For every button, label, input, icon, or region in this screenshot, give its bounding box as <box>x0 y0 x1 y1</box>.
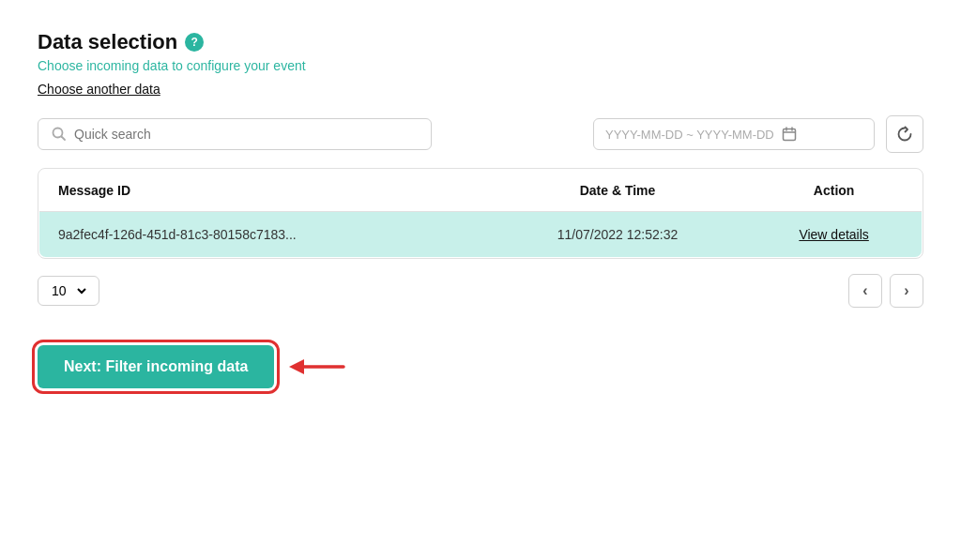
red-arrow-icon <box>289 356 345 378</box>
page-size-select[interactable]: 10 25 50 100 <box>38 276 99 306</box>
data-table-wrapper: Message ID Date & Time Action 9a2fec4f-1… <box>38 168 923 259</box>
refresh-icon <box>896 126 913 143</box>
refresh-button[interactable] <box>886 115 923 153</box>
toolbar: YYYY-MM-DD ~ YYYY-MM-DD <box>38 115 923 153</box>
calendar-icon <box>782 127 797 142</box>
arrow-indicator <box>289 356 345 378</box>
pagination-buttons: ‹ › <box>848 274 923 308</box>
table-header: Message ID Date & Time Action <box>39 170 923 212</box>
cell-action: View details <box>746 212 922 258</box>
table-body: 9a2fec4f-126d-451d-81c3-80158c7183... 11… <box>39 212 923 258</box>
page-subtitle: Choose incoming data to configure your e… <box>38 58 923 73</box>
col-message-id: Message ID <box>39 170 489 212</box>
next-filter-button[interactable]: Next: Filter incoming data <box>38 345 274 388</box>
prev-page-button[interactable]: ‹ <box>848 274 882 308</box>
search-box[interactable] <box>38 118 432 150</box>
col-action: Action <box>746 170 922 212</box>
svg-rect-2 <box>783 129 795 141</box>
page-size-dropdown[interactable]: 10 25 50 100 <box>48 282 89 299</box>
page-header: Data selection ? Choose incoming data to… <box>38 30 923 115</box>
search-icon <box>52 127 67 142</box>
svg-line-1 <box>62 137 66 141</box>
pagination-row: 10 25 50 100 ‹ › <box>38 274 923 308</box>
view-details-link[interactable]: View details <box>799 227 868 242</box>
svg-marker-7 <box>289 359 304 374</box>
cell-message-id: 9a2fec4f-126d-451d-81c3-80158c7183... <box>39 212 489 258</box>
page-title: Data selection <box>38 30 177 54</box>
table-row[interactable]: 9a2fec4f-126d-451d-81c3-80158c7183... 11… <box>39 212 923 258</box>
date-range-picker[interactable]: YYYY-MM-DD ~ YYYY-MM-DD <box>593 118 875 150</box>
next-button-container: Next: Filter incoming data <box>38 345 923 388</box>
data-table: Message ID Date & Time Action 9a2fec4f-1… <box>38 169 923 258</box>
date-range-placeholder: YYYY-MM-DD ~ YYYY-MM-DD <box>605 128 774 142</box>
cell-datetime: 11/07/2022 12:52:32 <box>489 212 746 258</box>
next-page-button[interactable]: › <box>890 274 923 308</box>
help-icon[interactable]: ? <box>185 33 204 52</box>
search-input[interactable] <box>74 127 418 142</box>
choose-another-link[interactable]: Choose another data <box>38 82 160 97</box>
col-datetime: Date & Time <box>489 170 746 212</box>
